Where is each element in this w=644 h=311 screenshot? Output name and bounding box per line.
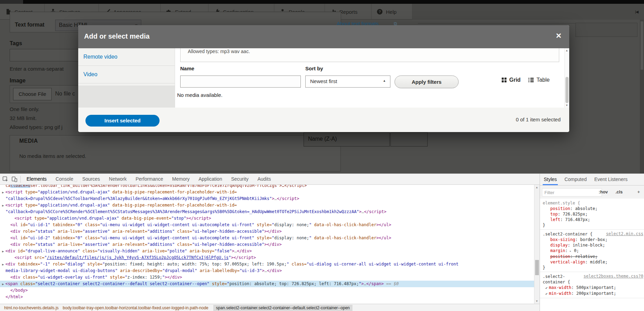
elements-tree: callback=user.toolbar_link_builder%3A%3A…	[0, 185, 534, 304]
css-rule: select2.min.css.select2-container {box-s…	[540, 230, 644, 272]
toolbar-tab-help[interactable]: ?Help	[371, 4, 412, 20]
styles-tab-styles[interactable]: Styles	[540, 174, 561, 185]
rule-close-brace: }	[543, 265, 643, 270]
select2-dropdown-fragment	[390, 132, 428, 147]
page-scrollbar-thumb[interactable]	[641, 21, 643, 70]
grid-view-button[interactable]: Grid	[509, 77, 521, 83]
dom-node-line[interactable]: "callback=Drupal%5CCore%5CRender%5CEleme…	[0, 209, 534, 215]
css-property[interactable]: ✔max-width: 500px!important;	[543, 285, 643, 291]
sidebar-item-video[interactable]: Video	[78, 66, 175, 83]
scroll-up-icon[interactable]: ▲	[535, 186, 538, 189]
modal-scrollbar[interactable]: ▲ ▼	[564, 48, 569, 108]
modal-title: Add or select media	[84, 32, 150, 40]
dom-node-line[interactable]: <script type="application/vnd.drupal-aja…	[0, 215, 534, 222]
property-checkbox[interactable]: ✔	[545, 286, 548, 290]
dom-node-line[interactable]: "callback=Drupal%5Cdevel%5CToolbarHandle…	[0, 195, 534, 202]
dom-node-line[interactable]: <div role="status" aria-live="assertive"…	[0, 228, 534, 235]
select2-dropdown-option[interactable]: Name (Z-A)	[304, 132, 390, 147]
scroll-up-icon[interactable]: ▲	[565, 49, 568, 52]
cls-toggle[interactable]: .cls	[615, 190, 623, 194]
stylesheet-link[interactable]: select2boxes.theme.css?0	[584, 274, 643, 279]
devtools-tab-security[interactable]: Security	[227, 174, 253, 185]
scroll-down-icon[interactable]: ▼	[535, 300, 538, 303]
css-rule: element.style {position: absolute;top: 7…	[540, 199, 644, 230]
modal-scrollbar-thumb[interactable]	[565, 77, 569, 103]
select-open-arrow-icon: ▲	[383, 79, 386, 82]
selected-dom-node[interactable]: ▶<span class="select2-container select2-…	[0, 281, 534, 287]
styles-tab-event-listeners[interactable]: Event Listeners	[591, 174, 632, 185]
css-property[interactable]: top: 726.825px;	[543, 211, 643, 217]
tags-label: Tags	[10, 40, 22, 47]
devtools-tab-network[interactable]: Network	[104, 174, 131, 185]
css-property[interactable]: margin: ▸ 0;	[543, 248, 643, 254]
device-toolbar-icon[interactable]	[11, 176, 18, 182]
dom-node-line[interactable]: <div role="status" aria-live="assertive"…	[0, 241, 534, 248]
grid-view-icon[interactable]	[501, 77, 507, 83]
hov-toggle[interactable]: :hov	[599, 190, 608, 194]
css-property[interactable]: left: 716.487px;	[543, 217, 643, 222]
stylesheet-link[interactable]: select2.min.css	[606, 231, 643, 236]
sidebar-item-remote-video[interactable]: Remote video	[78, 48, 175, 66]
insert-selected-button[interactable]: Insert selected	[85, 115, 160, 127]
image-label: Image	[10, 78, 25, 84]
dom-node-line[interactable]: <script src="/sites/default/files/js/js_…	[0, 254, 534, 261]
styles-filter-input[interactable]	[542, 188, 602, 197]
file-note: Allowed types: png gif j	[10, 124, 62, 130]
devtools-tab-console[interactable]: Console	[51, 174, 78, 185]
css-property[interactable]: position: absolute;	[543, 206, 643, 211]
modal-sidebar-footer-area	[78, 86, 175, 108]
devtools-tab-performance[interactable]: Performance	[131, 174, 167, 185]
devtools-tab-audits[interactable]: Audits	[253, 174, 275, 185]
rule-selector[interactable]: element.style {	[543, 200, 643, 206]
rule-selector[interactable]: container {	[543, 279, 643, 285]
inspect-element-icon[interactable]	[2, 176, 9, 182]
dom-node-line[interactable]: </body>	[0, 287, 534, 294]
dom-node-line[interactable]: <ul id="ui-id-1" tabindex="0" class="ui-…	[0, 222, 534, 228]
styles-tab-computed[interactable]: Computed	[561, 174, 591, 185]
devtools-tab-sources[interactable]: Sources	[78, 174, 104, 185]
breadcrumb-item[interactable]: body.toolbar-tray-open.toolbar-horizonta…	[63, 305, 208, 310]
no-file-text: No file c	[55, 91, 75, 97]
toolbar-orientation-toggle-icon[interactable]: |◀	[635, 10, 638, 14]
dom-node-line[interactable]: ▶<div id="drupal-live-announce" class="v…	[0, 248, 534, 254]
dom-node-line[interactable]: media-library-widget-modal ui-dialog-but…	[0, 268, 534, 274]
css-property[interactable]: ✔min-width: 200px!important;	[543, 291, 643, 297]
dom-node-line[interactable]: <div class="ui-widget-overlay ui-front" …	[0, 274, 534, 281]
name-filter-label: Name	[180, 66, 194, 71]
sort-by-select[interactable]: Newest first ▲	[305, 76, 390, 88]
toolbar-tab-label: Reports	[339, 9, 358, 15]
media-empty-text: No media items are selected.	[19, 153, 86, 159]
table-view-icon[interactable]	[528, 77, 534, 83]
choose-file-button[interactable]: Choose File	[13, 88, 52, 100]
name-filter-input[interactable]	[180, 76, 301, 88]
css-property[interactable]: position: relative;	[543, 254, 643, 259]
css-property[interactable]: vertical-align: middle;	[543, 259, 643, 265]
css-property[interactable]: display: inline-block;	[543, 242, 643, 248]
dom-node-line[interactable]: ▶<div tabindex="-1" role="dialog" style=…	[0, 261, 534, 268]
breadcrumb-item[interactable]: span.select2-container.select2-container…	[213, 305, 352, 311]
dom-node-line[interactable]: </html>	[0, 294, 534, 300]
browser-top-strip	[0, 0, 644, 4]
dom-node-line[interactable]: ▶<script type="application/vnd.drupal-aj…	[0, 189, 534, 195]
property-checkbox[interactable]: ✔	[545, 292, 548, 295]
dom-node-line[interactable]: <ul id="ui-id-2" tabindex="0" class="ui-…	[0, 235, 534, 241]
devtools-tabs: ElementsConsoleSourcesNetworkPerformance…	[22, 174, 275, 185]
css-property[interactable]: box-sizing: border-box;	[543, 237, 643, 242]
table-view-button[interactable]: Table	[536, 77, 550, 83]
expand-property-icon[interactable]: ▸	[568, 249, 572, 253]
new-rule-button[interactable]: +	[637, 190, 640, 194]
devtools-tab-application[interactable]: Application	[194, 174, 227, 185]
tags-help-text: Enter a comma-separat	[10, 66, 64, 72]
dom-node-line[interactable]: ▶<script type="application/vnd.drupal-aj…	[0, 202, 534, 209]
sidebar-item-label: Remote video	[83, 54, 117, 60]
elements-scrollbar-thumb[interactable]	[535, 260, 539, 275]
scroll-down-icon[interactable]: ▼	[565, 104, 568, 107]
close-icon[interactable]: ✕	[555, 32, 562, 40]
apply-filters-button[interactable]: Apply filters	[395, 76, 459, 88]
devtools-tab-elements[interactable]: Elements	[22, 174, 51, 185]
devtools-tab-memory[interactable]: Memory	[168, 174, 194, 185]
breadcrumb-item[interactable]: html.no-touchevents.details.js	[4, 305, 59, 310]
dom-node-line[interactable]: callback=user.toolbar_link_builder%3A%3A…	[0, 185, 534, 189]
elements-scrollbar[interactable]: ▲ ▼	[534, 185, 540, 304]
browser-top-strip-left	[0, 0, 23, 4]
